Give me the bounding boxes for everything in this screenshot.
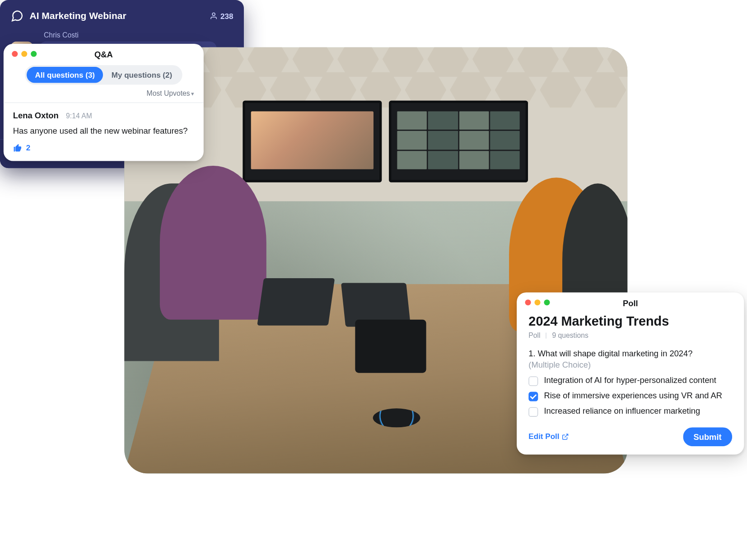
chat-icon [11,9,24,23]
poll-title: 2024 Marketing Trends [528,314,732,329]
tab-all-questions[interactable]: All questions (3) [27,67,103,83]
person-icon [210,12,218,20]
poll-option-label: Rise of immersive experiences using VR a… [544,390,722,400]
participant-count[interactable]: 238 [210,12,233,21]
qa-question-item: Lena Oxton 9:14 AM Has anyone used all t… [4,103,204,161]
checkbox-icon [528,392,538,401]
chevron-down-icon: ▾ [191,91,194,97]
sort-label: Most Upvotes [147,89,190,98]
minimize-icon[interactable] [534,299,540,305]
poll-options: Integration of AI for hyper-personalized… [528,375,732,416]
close-icon[interactable] [525,299,531,305]
external-link-icon [562,433,569,440]
like-count: 2 [26,143,30,152]
poll-option-label: Integration of AI for hyper-personalized… [544,375,716,384]
poll-option[interactable]: Rise of immersive experiences using VR a… [528,390,732,401]
question-author: Lena Oxton [13,111,59,120]
checkbox-icon [528,376,538,386]
svg-point-0 [212,13,215,16]
maximize-icon[interactable] [31,51,37,57]
sort-dropdown[interactable]: Most Upvotes▾ [4,88,204,102]
minimize-icon[interactable] [21,51,27,57]
question-time: 9:14 AM [66,112,92,120]
poll-option-label: Increased reliance on influencer marketi… [544,406,700,415]
like-button[interactable]: 2 [13,143,194,153]
close-icon[interactable] [12,51,18,57]
question-text: Has anyone used all the new webinar feat… [13,126,194,137]
tab-my-questions[interactable]: My questions (2) [103,67,180,83]
message-author: Chris Costi [44,31,233,39]
poll-question: 1. What will shape digital marketing in … [528,348,732,360]
poll-option[interactable]: Integration of AI for hyper-personalized… [528,375,732,386]
poll-window-title: Poll [517,299,744,308]
maximize-icon[interactable] [544,299,550,305]
qa-tabs: All questions (3) My questions (2) [25,65,182,84]
poll-hint: (Multiple Choice) [528,359,732,369]
edit-poll-link[interactable]: Edit Poll [528,432,569,441]
poll-panel: Poll 2024 Marketing Trends Poll 9 questi… [517,292,744,454]
checkbox-icon [528,407,538,416]
chat-title: AI Marketing Webinar [30,11,204,22]
qa-panel: Q&A All questions (3) My questions (2) M… [4,44,204,161]
chat-header: AI Marketing Webinar 238 [0,0,244,31]
poll-meta: Poll 9 questions [528,331,732,340]
thumbs-up-icon [13,143,23,153]
poll-option[interactable]: Increased reliance on influencer marketi… [528,406,732,417]
submit-button[interactable]: Submit [683,427,732,446]
